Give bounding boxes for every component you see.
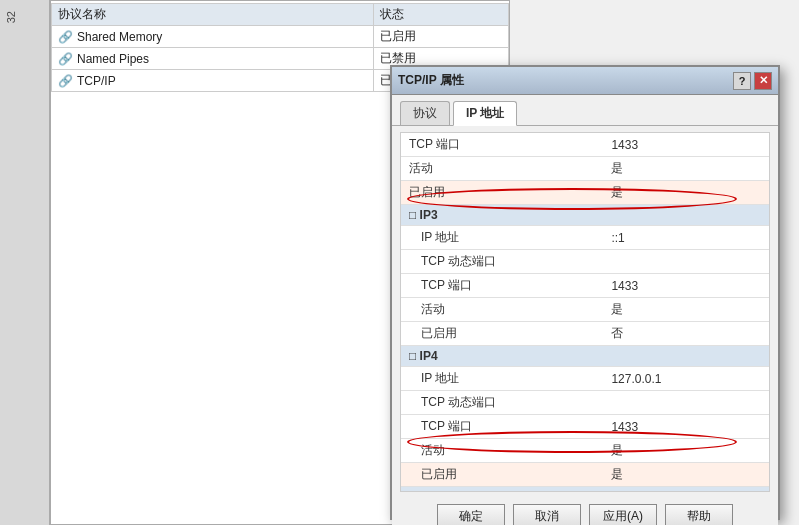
property-row: IP 地址 ::1 xyxy=(401,226,769,250)
modal-title-buttons: ? ✕ xyxy=(733,72,772,90)
section-header-label: □ IP3 xyxy=(401,205,769,226)
help-icon-button[interactable]: ? xyxy=(733,72,751,90)
property-value: 1433 xyxy=(603,274,769,298)
tab-ip-address[interactable]: IP 地址 xyxy=(453,101,517,126)
help-button[interactable]: 帮助 xyxy=(665,504,733,525)
property-value: 是 xyxy=(603,298,769,322)
modal-titlebar: TCP/IP 属性 ? ✕ xyxy=(392,67,778,95)
protocol-icon: 🔗 xyxy=(58,30,73,44)
property-row: 已启用 是 xyxy=(401,463,769,487)
section-header-row: □ IP3 xyxy=(401,205,769,226)
protocol-name-cell: 🔗TCP/IP xyxy=(52,70,374,92)
property-value: 是 xyxy=(603,181,769,205)
property-value: 否 xyxy=(603,322,769,346)
property-value: ::1 xyxy=(603,226,769,250)
property-row: 活动 是 xyxy=(401,439,769,463)
property-label: TCP 端口 xyxy=(401,133,603,157)
property-row: 活动 是 xyxy=(401,157,769,181)
section-header-label: □ IP 地址 xyxy=(401,487,769,492)
property-label: 已启用 xyxy=(401,322,603,346)
col-status: 状态 xyxy=(374,4,509,26)
apply-button[interactable]: 应用(A) xyxy=(589,504,657,525)
close-button[interactable]: ✕ xyxy=(754,72,772,90)
modal-footer: 确定 取消 应用(A) 帮助 xyxy=(392,498,778,525)
content-scroll[interactable]: TCP 端口 1433 活动 是 已启用 是 □ IP3 IP 地址 ::1 T… xyxy=(401,133,769,491)
property-label: IP 地址 xyxy=(401,226,603,250)
protocol-icon: 🔗 xyxy=(58,74,73,88)
table-row[interactable]: 🔗Shared Memory 已启用 xyxy=(52,26,509,48)
status-cell: 已启用 xyxy=(374,26,509,48)
ok-button[interactable]: 确定 xyxy=(437,504,505,525)
section-header-label: □ IP4 xyxy=(401,346,769,367)
property-row: 已启用 否 xyxy=(401,322,769,346)
section-header-row: □ IP4 xyxy=(401,346,769,367)
tab-protocol[interactable]: 协议 xyxy=(400,101,450,125)
property-row: TCP 动态端口 xyxy=(401,250,769,274)
section-header-row: □ IP 地址 xyxy=(401,487,769,492)
property-label: 已启用 xyxy=(401,463,603,487)
property-row: 已启用 是 xyxy=(401,181,769,205)
properties-table: TCP 端口 1433 活动 是 已启用 是 □ IP3 IP 地址 ::1 T… xyxy=(401,133,769,491)
col-protocol-name: 协议名称 xyxy=(52,4,374,26)
property-value: 是 xyxy=(603,439,769,463)
property-label: TCP 端口 xyxy=(401,274,603,298)
property-value xyxy=(603,391,769,415)
property-value xyxy=(603,250,769,274)
sidebar-label: 32 位 xyxy=(0,0,23,31)
property-label: IP 地址 xyxy=(401,367,603,391)
tcpip-properties-dialog: TCP/IP 属性 ? ✕ 协议 IP 地址 TCP 端口 1433 活动 是 … xyxy=(390,65,780,520)
property-value: 是 xyxy=(603,463,769,487)
property-label: 活动 xyxy=(401,157,603,181)
cancel-button[interactable]: 取消 xyxy=(513,504,581,525)
property-label: TCP 动态端口 xyxy=(401,250,603,274)
left-sidebar: 32 位 xyxy=(0,0,50,525)
protocol-name-cell: 🔗Shared Memory xyxy=(52,26,374,48)
property-label: 活动 xyxy=(401,439,603,463)
modal-tabs: 协议 IP 地址 xyxy=(392,95,778,126)
property-row: IP 地址 127.0.0.1 xyxy=(401,367,769,391)
protocol-name-cell: 🔗Named Pipes xyxy=(52,48,374,70)
property-row: TCP 端口 1433 xyxy=(401,274,769,298)
property-value: 是 xyxy=(603,157,769,181)
property-value: 127.0.0.1 xyxy=(603,367,769,391)
property-row: TCP 端口 1433 xyxy=(401,415,769,439)
property-label: TCP 端口 xyxy=(401,415,603,439)
property-value: 1433 xyxy=(603,415,769,439)
property-row: TCP 动态端口 xyxy=(401,391,769,415)
modal-title: TCP/IP 属性 xyxy=(398,72,464,89)
property-row: 活动 是 xyxy=(401,298,769,322)
property-label: 活动 xyxy=(401,298,603,322)
modal-content-area: TCP 端口 1433 活动 是 已启用 是 □ IP3 IP 地址 ::1 T… xyxy=(400,132,770,492)
property-value: 1433 xyxy=(603,133,769,157)
property-label: TCP 动态端口 xyxy=(401,391,603,415)
protocol-icon: 🔗 xyxy=(58,52,73,66)
property-label: 已启用 xyxy=(401,181,603,205)
property-row: TCP 端口 1433 xyxy=(401,133,769,157)
